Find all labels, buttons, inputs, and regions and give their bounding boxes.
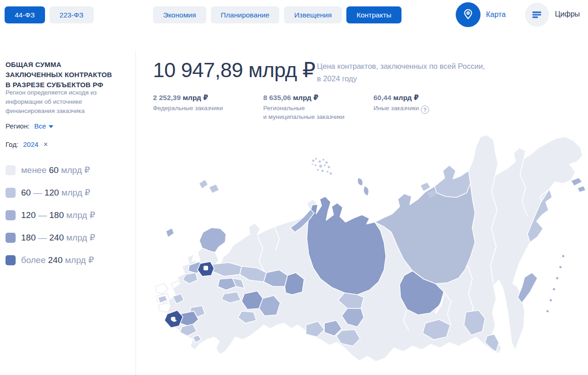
- legend-swatch-2: [6, 210, 16, 220]
- map-region-svalbard-b[interactable]: [209, 185, 219, 193]
- legend-label-1: 60 — 120 млрд ₽: [21, 187, 90, 198]
- legend-swatch-4: [6, 255, 16, 265]
- tab-извещения[interactable]: Извещения: [284, 6, 342, 23]
- map-region-wrangel-b[interactable]: [578, 186, 585, 192]
- legend-row-0: менее 60 млрд ₽: [6, 159, 95, 181]
- map-region-moscow-city-hole: [204, 266, 208, 270]
- breakdown-label-1: Региональные и муниципальные заказчики: [263, 104, 369, 121]
- russia-choropleth-map: [152, 132, 586, 375]
- breakdown-col-0: 2 252,39 млрд ₽Федеральные заказчики: [153, 94, 259, 112]
- sidebar-description: Регион определяется исходя из информации…: [6, 88, 109, 116]
- breakdown-label-0: Федеральные заказчики: [153, 104, 259, 112]
- region-filter: Регион: Все: [6, 122, 53, 130]
- help-icon[interactable]: ?: [421, 106, 429, 114]
- tab-планирование[interactable]: Планирование: [211, 6, 280, 23]
- bars-icon: [532, 11, 542, 18]
- year-filter-label: Год:: [6, 140, 18, 148]
- map-region-wrangel-a[interactable]: [571, 178, 582, 185]
- year-filter: Год: 2024 ×: [6, 140, 48, 149]
- map-region-vaygach-b[interactable]: [364, 186, 368, 196]
- breakdown-col-2: 60,44 млрд ₽Иные заказчики?: [373, 94, 479, 114]
- region-filter-label: Регион:: [6, 122, 29, 130]
- legend-label-3: 180 — 240 млрд ₽: [21, 232, 95, 243]
- breakdown-value-0: 2 252,39 млрд ₽: [153, 94, 259, 102]
- breakdown-label-2: Иные заказчики?: [373, 104, 479, 114]
- franz-josef-islands: [312, 158, 332, 175]
- map-region-sakhalin[interactable]: [518, 273, 537, 303]
- tab-контракты[interactable]: Контракты: [346, 6, 401, 23]
- breakdown-value-2: 60,44 млрд ₽: [373, 94, 479, 102]
- tab-экономия[interactable]: Экономия: [153, 6, 206, 23]
- map-view-button[interactable]: [456, 2, 481, 27]
- legend-swatch-3: [6, 233, 16, 243]
- legend-row-4: более 240 млрд ₽: [6, 249, 95, 271]
- total-contracts-value: 10 947,89 млрд ₽: [153, 58, 315, 82]
- map-region-murmansk[interactable]: [199, 228, 226, 252]
- legend-swatch-1: [6, 188, 16, 198]
- region-filter-value[interactable]: Все: [34, 122, 46, 130]
- numbers-view-button[interactable]: [525, 3, 549, 27]
- map-region-taymyr[interactable]: [435, 165, 470, 197]
- map-legend: менее 60 млрд ₽60 — 120 млрд ₽120 — 180 …: [6, 159, 95, 271]
- map-view-label[interactable]: Карта: [486, 2, 506, 27]
- legend-row-2: 120 — 180 млрд ₽: [6, 204, 95, 226]
- sidebar-title: ОБЩАЯ СУММА ЗАКЛЮЧЕННЫХ КОНТРАКТОВ В РАЗ…: [6, 60, 115, 90]
- legend-label-2: 120 — 180 млрд ₽: [21, 210, 95, 220]
- total-contracts-caption: Цена контрактов, заключенных по всей Рос…: [317, 60, 492, 85]
- breakdown-col-1: 8 635,06 млрд ₽Региональные и муниципаль…: [263, 94, 369, 121]
- map-pin-icon: [463, 9, 474, 21]
- sidebar-divider: [136, 50, 136, 375]
- map-region-svalbard-a[interactable]: [199, 180, 208, 188]
- map-region-primorye[interactable]: [485, 334, 499, 352]
- legend-label-0: менее 60 млрд ₽: [21, 165, 90, 175]
- breakdown-row: 2 252,39 млрд ₽Федеральные заказчики8 63…: [153, 94, 475, 121]
- breakdown-value-1: 8 635,06 млрд ₽: [263, 94, 369, 102]
- numbers-view-label[interactable]: Цифры: [555, 2, 580, 27]
- legend-swatch-0: [6, 165, 16, 175]
- year-clear-icon[interactable]: ×: [44, 140, 48, 148]
- year-filter-value[interactable]: 2024: [23, 140, 38, 148]
- law-button-44-фз[interactable]: 44-ФЗ: [5, 6, 45, 23]
- legend-row-1: 60 — 120 млрд ₽: [6, 181, 95, 204]
- map-region-vaygach-a[interactable]: [358, 178, 362, 185]
- law-button-223-фз[interactable]: 223-ФЗ: [50, 6, 94, 23]
- kuril-islands: [547, 255, 565, 313]
- legend-row-3: 180 — 240 млрд ₽: [6, 226, 95, 249]
- map-region-baltic-island[interactable]: [166, 229, 174, 237]
- chevron-down-icon[interactable]: [49, 125, 53, 128]
- legend-label-4: более 240 млрд ₽: [21, 255, 94, 265]
- law-toggle-group: 44-ФЗ223-ФЗ: [5, 6, 94, 23]
- section-tabs: ЭкономияПланированиеИзвещенияКонтракты: [153, 6, 401, 23]
